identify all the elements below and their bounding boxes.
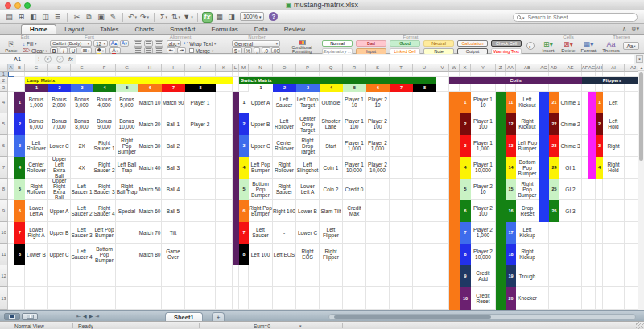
resize-grip[interactable] (636, 322, 644, 329)
cell-L3[interactable] (233, 84, 239, 92)
cell-P9[interactable]: Lower B (296, 200, 320, 222)
cell-U8[interactable] (413, 179, 436, 200)
text-orientation-button[interactable]: abc▾ (167, 40, 181, 47)
cell-F6[interactable]: Right Saucer 1 (93, 135, 116, 157)
cell-H11[interactable]: Match 80 (138, 244, 162, 265)
paste-icon[interactable]: ▣ (96, 12, 106, 23)
column-header-Q[interactable]: Q (320, 64, 343, 72)
lamp-row-label-6[interactable]: 6 (14, 200, 25, 222)
cell-AF8[interactable] (582, 179, 588, 200)
column-header-U[interactable]: U (413, 64, 436, 72)
cell-V4[interactable] (436, 92, 449, 113)
column-header-AI[interactable]: AI (603, 64, 625, 72)
cell-M12[interactable] (239, 265, 249, 287)
coil-number-8[interactable]: 8 (460, 244, 471, 265)
cell-AI8[interactable] (603, 179, 625, 200)
row-header-11[interactable]: 11 (0, 244, 8, 265)
cell-AF12[interactable] (582, 265, 588, 287)
cell-AA1[interactable] (506, 72, 516, 77)
switch-row-label-4[interactable]: 4 (239, 157, 249, 179)
cell-G9[interactable]: Special (116, 200, 138, 222)
cell-B2[interactable] (14, 77, 25, 84)
cell-G1[interactable] (116, 72, 138, 77)
cell-S9[interactable] (366, 200, 390, 222)
cell-S10[interactable] (366, 222, 390, 244)
cell-Y6[interactable]: Player 1 1,000 (471, 135, 496, 157)
wrap-text-button[interactable]: ↩ Wrap Text ▾ (184, 40, 216, 47)
lamp-col-header-3[interactable]: 3 (71, 84, 93, 92)
column-header-X[interactable]: X (460, 64, 471, 72)
cell-O13[interactable] (273, 287, 296, 310)
cell-AB6[interactable]: Left Pop Bumper (516, 135, 539, 157)
cell-I13[interactable] (162, 287, 185, 310)
column-header-Z[interactable]: Z (496, 64, 506, 72)
cell-T13[interactable] (390, 287, 413, 310)
cell-H5[interactable]: Match 20 (138, 113, 162, 135)
cell-J11[interactable] (185, 244, 216, 265)
increase-decimal-button[interactable]: .0 (262, 47, 270, 54)
cell-T7[interactable] (390, 157, 413, 179)
align-top-button[interactable] (134, 40, 142, 47)
cell-I7[interactable]: Ball 3 (162, 157, 185, 179)
coil-number-18[interactable]: 18 (506, 244, 516, 265)
coils-title[interactable]: Coils (449, 77, 582, 84)
lamp-row-label-3[interactable]: 3 (14, 135, 25, 157)
cell-K1[interactable] (216, 72, 233, 77)
cell-S5[interactable]: Player 2 100 (366, 113, 390, 135)
cell-AG3[interactable] (588, 84, 596, 92)
fill-color-button[interactable]: ◆▾ (95, 47, 106, 54)
cell-D6[interactable]: Lower C (48, 135, 71, 157)
cell-N4[interactable]: Upper A (249, 92, 273, 113)
scroll-up-icon[interactable]: ▲ (638, 64, 644, 71)
cell-G11[interactable] (116, 244, 138, 265)
column-header-AH[interactable]: AH (596, 64, 603, 72)
flipper-number-4[interactable]: 4 (596, 157, 603, 179)
coil-number-21[interactable]: 21 (549, 92, 559, 113)
cell-style-bad[interactable]: Bad (356, 40, 386, 47)
cell-C11[interactable]: Lower B (25, 244, 48, 265)
underline-button[interactable]: U (69, 47, 77, 54)
cell-U4[interactable] (413, 92, 436, 113)
cell-A4[interactable] (8, 92, 14, 113)
paste-button[interactable]: ⎘ Paste (3, 40, 19, 54)
new-workbook-icon[interactable]: ▤ (4, 12, 14, 23)
switch-row-label-6[interactable]: 6 (239, 200, 249, 222)
cell-B13[interactable] (14, 287, 25, 310)
row-header-3[interactable]: 3 (0, 84, 8, 92)
insert-function-icon[interactable]: fx (68, 56, 73, 63)
cell-O7[interactable]: Right Rollover (273, 157, 296, 179)
cell-H8[interactable]: Match 50 (138, 179, 162, 200)
grow-font-button[interactable]: A▴ (109, 40, 118, 47)
cell-E6[interactable]: 2X (71, 135, 93, 157)
cell-U1[interactable] (413, 72, 436, 77)
cell-AH9[interactable] (596, 200, 603, 222)
cell-Y3[interactable] (471, 84, 496, 92)
filter-icon[interactable]: ▼▾ (183, 12, 193, 23)
ribbon-settings-gear-icon[interactable]: ⚙▾ (631, 26, 639, 32)
coil-number-11[interactable]: 11 (506, 92, 516, 113)
column-header-AB[interactable]: AB (516, 64, 539, 72)
normal-view-button[interactable] (4, 313, 20, 320)
switch-row-label-3[interactable]: 3 (239, 135, 249, 157)
switch-col-header-5[interactable]: 5 (343, 84, 366, 92)
cell-J6[interactable] (185, 135, 216, 157)
cell-style-calculation[interactable]: Calculation (457, 40, 488, 47)
cell-I11[interactable]: Game Over (162, 244, 185, 265)
cell-P10[interactable]: Lower C (296, 222, 320, 244)
cell-E13[interactable] (71, 287, 93, 310)
column-header-AD[interactable]: AD (549, 64, 559, 72)
coil-number-13[interactable]: 13 (506, 135, 516, 157)
column-header-AA[interactable]: AA (506, 64, 516, 72)
cell-K11[interactable] (216, 244, 233, 265)
show-formulas-icon[interactable]: ▦ (214, 12, 225, 23)
cell-AB5[interactable]: Right Kickout (516, 113, 539, 135)
cell-AE4[interactable]: Chime 1 (559, 92, 582, 113)
italic-button[interactable]: I (60, 47, 68, 54)
cell-N6[interactable]: Upper C (249, 135, 273, 157)
coil-number-4[interactable]: 4 (460, 157, 471, 179)
cell-R12[interactable] (343, 265, 366, 287)
merge-button[interactable]: Merge ▾ (189, 47, 213, 54)
selection-box-a1[interactable] (8, 72, 14, 77)
cell-E7[interactable]: 4X (71, 157, 93, 179)
cell-AG12[interactable] (588, 265, 596, 287)
